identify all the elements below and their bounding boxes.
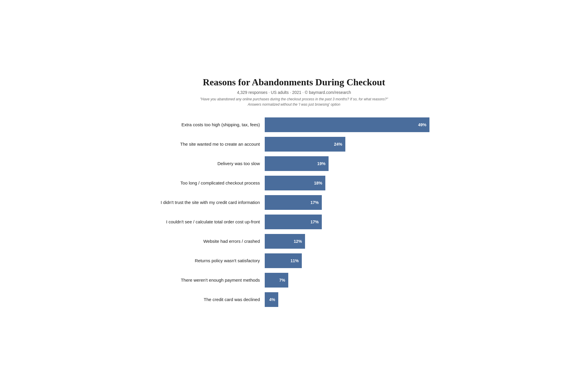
bar-label: Extra costs too high (shipping, tax, fee… [159,122,265,128]
bar-fill: 18% [265,176,325,190]
bar-value: 4% [269,297,275,302]
bar-value: 18% [314,181,322,185]
bar-track: 17% [265,195,429,210]
bar-row: The site wanted me to create an account2… [159,135,429,153]
chart-question: "Have you abandoned any online purchases… [159,97,429,107]
bar-value: 17% [310,220,319,224]
bar-track: 19% [265,156,429,171]
bar-row: I didn't trust the site with my credit c… [159,194,429,211]
bar-label: The credit card was declined [159,297,265,303]
bar-row: Returns policy wasn't satisfactory11% [159,252,429,270]
bar-row: Too long / complicated checkout process1… [159,174,429,192]
question-line1: "Have you abandoned any online purchases… [200,97,388,101]
bar-row: Extra costs too high (shipping, tax, fee… [159,116,429,134]
bar-row: There weren't enough payment methods7% [159,271,429,289]
bar-row: I couldn't see / calculate total order c… [159,213,429,231]
bar-value: 12% [294,239,302,244]
bar-label: I couldn't see / calculate total order c… [159,219,265,225]
bar-track: 11% [265,253,429,268]
bar-row: The credit card was declined4% [159,291,429,308]
bar-track: 17% [265,215,429,229]
bar-fill: 4% [265,292,278,307]
bar-track: 18% [265,176,429,190]
bar-track: 7% [265,273,429,288]
chart-subtitle: 4,329 responses · US adults · 2021 · © b… [159,90,429,95]
bar-fill: 24% [265,137,345,152]
bar-label: Website had errors / crashed [159,238,265,244]
chart-container: Reasons for Abandonments During Checkout… [153,65,435,322]
bar-value: 19% [317,161,325,166]
bar-fill: 17% [265,195,322,210]
chart-area: Extra costs too high (shipping, tax, fee… [159,116,429,310]
bar-track: 49% [265,117,429,132]
bar-label: I didn't trust the site with my credit c… [159,200,265,205]
bar-row: Website had errors / crashed12% [159,232,429,250]
chart-title: Reasons for Abandonments During Checkout [159,77,429,88]
bar-label: Delivery was too slow [159,161,265,167]
bar-value: 7% [279,278,285,283]
bar-track: 12% [265,234,429,249]
bar-fill: 12% [265,234,305,249]
bar-label: There weren't enough payment methods [159,277,265,283]
bar-label: The site wanted me to create an account [159,141,265,147]
bar-value: 17% [310,200,319,205]
bar-label: Returns policy wasn't satisfactory [159,258,265,264]
bar-fill: 11% [265,253,302,268]
bar-label: Too long / complicated checkout process [159,180,265,186]
bar-value: 49% [418,122,426,127]
question-line2: Answers normalized without the 'I was ju… [248,102,340,107]
bar-track: 4% [265,292,429,307]
bar-row: Delivery was too slow19% [159,155,429,172]
bar-value: 24% [334,142,342,147]
bar-track: 24% [265,137,429,152]
bar-fill: 49% [265,117,429,132]
bar-value: 11% [290,258,299,263]
bar-fill: 7% [265,273,288,288]
bar-fill: 19% [265,156,329,171]
bar-fill: 17% [265,215,322,229]
